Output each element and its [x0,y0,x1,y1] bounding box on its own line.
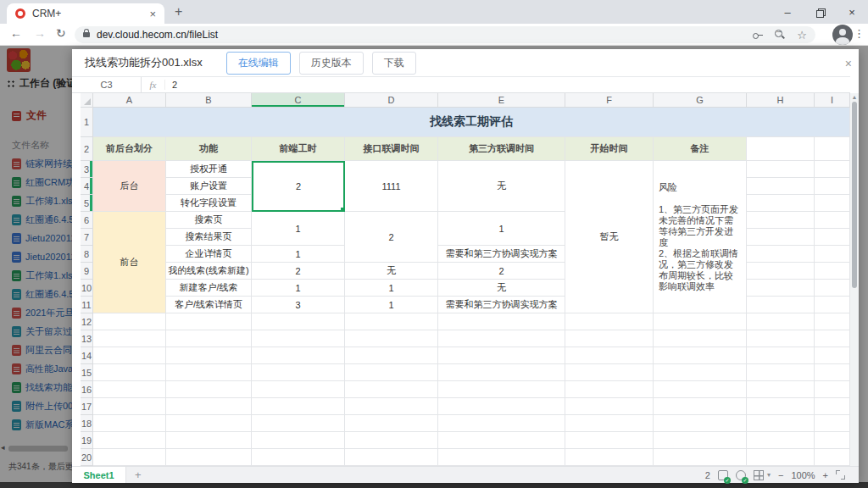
empty-cell[interactable] [654,347,747,364]
empty-cell[interactable] [565,364,654,381]
empty-cell[interactable] [747,178,815,195]
row-header-16[interactable]: 16 [81,381,93,398]
empty-cell[interactable] [815,280,850,297]
zoom-out-button[interactable]: − [778,470,783,480]
empty-cell[interactable] [815,137,850,161]
empty-cell[interactable] [345,364,438,381]
column-header-H[interactable]: H [747,93,815,108]
empty-cell[interactable] [815,398,850,415]
modal-close-icon[interactable]: × [845,57,852,70]
empty-cell[interactable] [438,415,565,432]
empty-cell[interactable] [747,229,815,246]
cell-header-g2[interactable]: 备注 [654,137,747,161]
cell-c10[interactable]: 1 [252,280,345,297]
empty-cell[interactable] [654,313,747,330]
empty-cell[interactable] [345,330,438,347]
empty-cell[interactable] [438,449,565,466]
row-header-14[interactable]: 14 [81,347,93,364]
empty-cell[interactable] [815,330,850,347]
new-tab-button[interactable]: + [175,4,182,19]
empty-cell[interactable] [747,398,815,415]
empty-cell[interactable] [252,347,345,364]
window-restore-button[interactable] [804,0,836,24]
row-header-7[interactable]: 7 [81,229,93,246]
online-edit-button[interactable]: 在线编辑 [226,52,291,75]
row-header-19[interactable]: 19 [81,432,93,449]
cell-b7[interactable]: 搜索结果页 [166,229,252,246]
row-header-4[interactable]: 4 [81,178,93,195]
empty-cell[interactable] [345,398,438,415]
bookmark-star-icon[interactable]: ☆ [797,29,807,42]
row-header-18[interactable]: 18 [81,415,93,432]
reload-button[interactable]: ↻ [56,26,66,40]
column-header-A[interactable]: A [93,93,166,108]
cell-header-d2[interactable]: 接口联调时间 [345,137,438,161]
empty-cell[interactable] [166,449,252,466]
empty-cell[interactable] [93,364,166,381]
empty-cell[interactable] [252,364,345,381]
empty-cell[interactable] [93,330,166,347]
empty-cell[interactable] [166,347,252,364]
password-key-icon[interactable] [753,33,763,37]
empty-cell[interactable] [815,415,850,432]
empty-cell[interactable] [654,364,747,381]
empty-cell[interactable] [565,415,654,432]
row-header-10[interactable]: 10 [81,280,93,297]
empty-cell[interactable] [815,432,850,449]
row-header-2[interactable]: 2 [81,137,93,161]
cell-b3[interactable]: 授权开通 [166,161,252,178]
cell-b8[interactable]: 企业详情页 [166,246,252,263]
empty-cell[interactable] [166,364,252,381]
empty-cell[interactable] [93,432,166,449]
cell-b9[interactable]: 我的线索(线索新建) [166,263,252,280]
cell-d3[interactable]: 1111 [345,161,438,212]
empty-cell[interactable] [345,415,438,432]
empty-cell[interactable] [252,449,345,466]
empty-cell[interactable] [438,398,565,415]
row-header-17[interactable]: 17 [81,398,93,415]
empty-cell[interactable] [565,347,654,364]
empty-cell[interactable] [93,313,166,330]
zoom-level[interactable]: 100% [791,470,815,480]
empty-cell[interactable] [166,432,252,449]
empty-cell[interactable] [815,212,850,229]
empty-cell[interactable] [252,313,345,330]
cell-f3-start-time[interactable]: 暂无 [565,161,654,313]
cell-e9[interactable]: 2 [438,263,565,280]
grid-view-icon[interactable] [754,470,764,480]
column-header-F[interactable]: F [565,93,654,108]
history-version-button[interactable]: 历史版本 [299,52,364,75]
row-header-9[interactable]: 9 [81,263,93,280]
row-header-1[interactable]: 1 [81,108,93,137]
empty-cell[interactable] [565,381,654,398]
cell-c8[interactable]: 1 [252,246,345,263]
empty-cell[interactable] [252,415,345,432]
cell-e3[interactable]: 无 [438,161,565,212]
empty-cell[interactable] [747,381,815,398]
empty-cell[interactable] [815,246,850,263]
empty-cell[interactable] [565,449,654,466]
doc-check-icon[interactable] [718,470,728,480]
cell-header-b2[interactable]: 功能 [166,137,252,161]
window-close-button[interactable]: × [836,0,868,24]
empty-cell[interactable] [565,330,654,347]
empty-cell[interactable] [345,449,438,466]
empty-cell[interactable] [815,449,850,466]
tab-close-icon[interactable]: × [149,8,156,20]
browser-menu-icon[interactable]: ⋮ [854,27,865,40]
empty-cell[interactable] [747,297,815,313]
column-header-C[interactable]: C [252,93,345,108]
cell-group-backend[interactable]: 后台 [93,161,166,212]
cell-reference-box[interactable]: C3 [72,77,142,92]
empty-cell[interactable] [654,432,747,449]
empty-cell[interactable] [252,432,345,449]
empty-cell[interactable] [815,229,850,246]
row-header-15[interactable]: 15 [81,364,93,381]
empty-cell[interactable] [93,398,166,415]
url-text[interactable]: dev.cloud.hecom.cn/fileList [97,29,741,41]
row-header-6[interactable]: 6 [81,212,93,229]
cell-header-f2[interactable]: 开始时间 [565,137,654,161]
cell-d9[interactable]: 无 [345,263,438,280]
cell-d10[interactable]: 1 [345,280,438,297]
cell-title[interactable]: 找线索工期评估 [93,108,850,137]
